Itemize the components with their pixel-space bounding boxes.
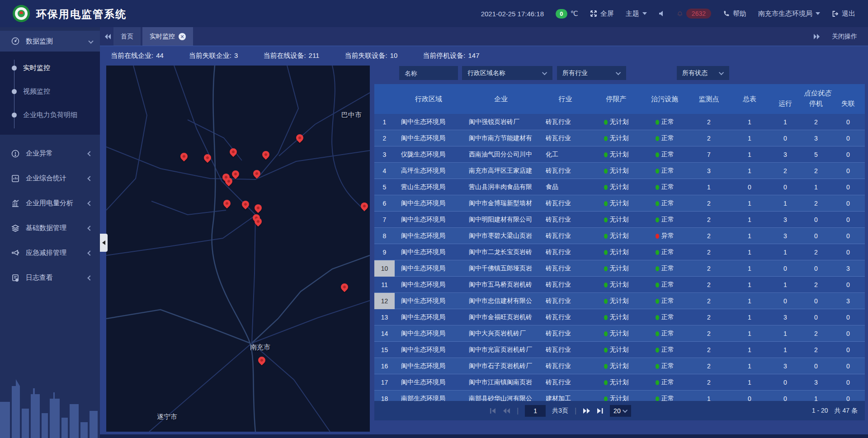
chevron-left-icon xyxy=(87,250,92,255)
table-row[interactable]: 17 阆中生态环境局 阆中市江南镇阆南页岩 砖瓦行业 无计划 正常 2 1 0 … xyxy=(374,374,865,391)
sidebar-item-base-data[interactable]: 基础数据管理 xyxy=(0,216,100,240)
last-page-icon[interactable] xyxy=(597,408,604,414)
region-select[interactable]: 行政区域名称 xyxy=(462,66,552,80)
col-enterprise: 企业 xyxy=(462,95,539,104)
tab-home[interactable]: 首页 xyxy=(113,27,141,46)
map-pin[interactable] xyxy=(231,169,241,179)
sidebar-item-power-load-detail[interactable]: 企业电力负荷明细 xyxy=(0,103,100,127)
tab-bar: 首页 实时监控 ✕ 关闭操作 xyxy=(100,27,868,46)
sidebar-collapse-handle[interactable] xyxy=(100,234,108,252)
table-row[interactable]: 4 高坪生态环境局 南充市高坪区王家店建 砖瓦行业 无计划 正常 3 1 2 2… xyxy=(374,163,865,179)
theme-dropdown[interactable]: 主题 xyxy=(626,9,647,18)
cell-total-meter: 1 xyxy=(729,200,770,207)
sidebar-item-video-monitor[interactable]: 视频监控 xyxy=(0,80,100,103)
close-icon[interactable]: ✕ xyxy=(179,33,186,40)
fullscreen-button[interactable]: 全屏 xyxy=(590,9,614,18)
page-size-select[interactable]: 20 xyxy=(610,405,631,417)
map-panel[interactable]: 巴中市南充市遂宁市 xyxy=(106,66,370,432)
logout-button[interactable]: 退出 xyxy=(832,9,855,18)
phone-icon xyxy=(723,10,730,17)
map-pin[interactable] xyxy=(241,199,251,210)
page-number-input[interactable]: 1 xyxy=(525,405,546,417)
next-page-icon[interactable] xyxy=(583,408,590,414)
table-row[interactable]: 6 阆中生态环境局 阆中市金博瑞新型墙材 砖瓦行业 无计划 正常 2 1 1 2… xyxy=(374,195,865,212)
sidebar-item-data-monitor[interactable]: 数据监测 xyxy=(0,31,100,52)
map-pin[interactable] xyxy=(257,355,267,366)
sidebar-item-enterprise-abnormal[interactable]: 企业异常 xyxy=(0,141,100,166)
tab-realtime-monitor[interactable]: 实时监控 ✕ xyxy=(142,27,193,46)
map-pin[interactable] xyxy=(252,169,262,179)
table-row[interactable]: 14 阆中生态环境局 阆中大兴页岩机砖厂 砖瓦行业 无计划 正常 2 1 1 2… xyxy=(374,325,865,342)
table-row[interactable]: 9 阆中生态环境局 阆中市二龙长宝页岩砖 砖瓦行业 无计划 正常 2 1 1 2… xyxy=(374,244,865,260)
map-city-label: 南充市 xyxy=(250,343,270,352)
row-number: 8 xyxy=(374,228,395,244)
map-pin[interactable] xyxy=(228,147,239,157)
status-select[interactable]: 所有状态 xyxy=(677,66,729,80)
cell-stopped: 2 xyxy=(801,249,831,256)
region-select-value: 行政区域名称 xyxy=(467,69,505,77)
table-row[interactable]: 11 阆中生态环境局 阆中市五马桥页岩机砖 砖瓦行业 无计划 正常 2 1 1 … xyxy=(374,277,865,293)
cell-region: 阆中生态环境局 xyxy=(395,134,462,142)
cell-control: 正常 xyxy=(661,151,674,159)
org-dropdown[interactable]: 南充市生态环境局 xyxy=(758,9,820,18)
table-row[interactable]: 3 仪陇生态环境局 西南油气田分公司川中 化工 无计划 正常 7 1 3 5 0 xyxy=(374,146,865,163)
table-row[interactable]: 1 阆中生态环境局 阆中强锐页岩砖厂 砖瓦行业 无计划 正常 2 1 1 2 0 xyxy=(374,114,865,130)
map-pin[interactable] xyxy=(295,133,305,143)
cell-total-meter: 0 xyxy=(729,395,770,401)
sidebar-item-log-view[interactable]: 日志查看 xyxy=(0,265,100,290)
tab-scroll-right-icon[interactable] xyxy=(813,33,820,40)
table-row[interactable]: 5 营山生态环境局 营山县润丰肉食品有限 食品 无计划 正常 1 0 0 1 0 xyxy=(374,179,865,195)
map-pin[interactable] xyxy=(222,198,232,209)
bullet-dot-icon xyxy=(12,66,17,71)
cell-monitor-points: 2 xyxy=(689,249,729,256)
sidebar-item-realtime-monitor[interactable]: 实时监控 xyxy=(0,56,100,80)
cell-offline: 0 xyxy=(831,281,865,288)
close-operations-menu[interactable]: 关闭操作 xyxy=(832,33,857,41)
table-row[interactable]: 10 阆中生态环境局 阆中千佛镇五郎垭页岩 砖瓦行业 无计划 正常 2 1 0 … xyxy=(374,260,865,277)
table-row[interactable]: 13 阆中生态环境局 阆中市金福旺页岩机砖 砖瓦行业 无计划 正常 2 1 3 … xyxy=(374,309,865,325)
table-row[interactable]: 15 阆中生态环境局 阆中市光富页岩机砖厂 砖瓦行业 无计划 正常 2 1 1 … xyxy=(374,342,865,358)
sidebar-item-enterprise-statistics[interactable]: 企业综合统计 xyxy=(0,166,100,191)
layers-icon xyxy=(11,224,20,233)
cell-region: 阆中生态环境局 xyxy=(395,297,462,305)
row-number: 11 xyxy=(374,277,395,293)
cell-offline: 0 xyxy=(831,330,865,337)
stat-label: 当前失联企业: xyxy=(189,52,231,60)
tab-scroll-left-icon[interactable] xyxy=(104,33,112,40)
map-pin[interactable] xyxy=(253,203,264,213)
cell-enterprise: 阆中明阳建材有限公司 xyxy=(462,216,539,224)
cell-industry: 砖瓦行业 xyxy=(539,232,591,240)
cell-control: 异常 xyxy=(661,232,674,240)
mute-button[interactable] xyxy=(659,10,665,17)
logout-icon xyxy=(832,10,839,17)
previous-page-icon[interactable] xyxy=(503,408,510,414)
cell-region: 阆中生态环境局 xyxy=(395,281,462,289)
cell-enterprise: 阆中大兴页岩机砖厂 xyxy=(462,330,539,338)
map-pin[interactable] xyxy=(340,282,350,292)
cell-region: 阆中生态环境局 xyxy=(395,378,462,386)
map-pin[interactable] xyxy=(359,201,370,212)
map-pin[interactable] xyxy=(179,151,189,162)
table-row[interactable]: 18 南部生态环境局 南部县砂华山河有限公 建材加工 无计划 正常 1 0 0 … xyxy=(374,391,865,401)
table-row[interactable]: 7 阆中生态环境局 阆中明阳建材有限公司 砖瓦行业 无计划 正常 2 1 3 0… xyxy=(374,212,865,228)
help-button[interactable]: 帮助 xyxy=(723,9,746,18)
row-number: 12 xyxy=(374,293,395,309)
sidebar-subitem-label: 企业电力负荷明细 xyxy=(23,111,77,119)
table-row[interactable]: 2 阆中生态环境局 阆中市南方节能建材有 砖瓦行业 无计划 正常 2 1 0 3… xyxy=(374,130,865,146)
cell-total-meter: 1 xyxy=(729,330,770,337)
map-pin[interactable] xyxy=(203,153,213,163)
table-row[interactable]: 12 阆中生态环境局 阆中市忠信建材有限公 砖瓦行业 无计划 正常 2 1 0 … xyxy=(374,293,865,309)
table-row[interactable]: 16 阆中生态环境局 阆中市石子页岩机砖厂 砖瓦行业 无计划 正常 2 1 3 … xyxy=(374,358,865,374)
sidebar-item-emergency-reduction[interactable]: 应急减排管理 xyxy=(0,240,100,265)
limit-status-dot xyxy=(604,299,608,304)
cell-offline: 0 xyxy=(831,232,865,240)
table-row[interactable]: 8 阆中生态环境局 阆中市枣碧大梁山页岩 砖瓦行业 无计划 异常 2 1 3 0… xyxy=(374,228,865,244)
notification-count-badge: 2632 xyxy=(686,9,711,19)
industry-select[interactable]: 所有行业 xyxy=(557,66,626,80)
cell-running: 3 xyxy=(770,216,801,223)
first-page-icon[interactable] xyxy=(490,408,496,414)
notification-button[interactable]: 2632 xyxy=(677,9,711,19)
name-search-input[interactable] xyxy=(399,66,458,80)
sidebar-item-power-analysis[interactable]: 企业用电量分析 xyxy=(0,191,100,216)
map-pin[interactable] xyxy=(261,150,271,160)
